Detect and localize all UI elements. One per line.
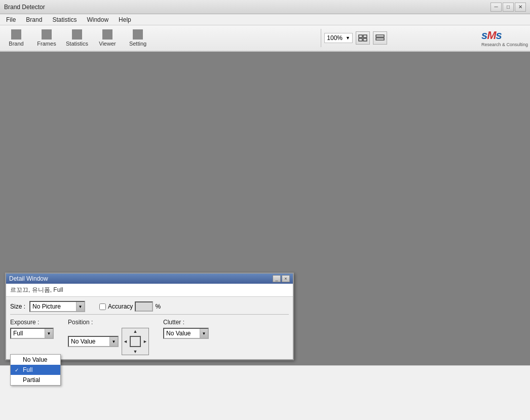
viewer-icon xyxy=(102,29,112,40)
view-grid-button[interactable] xyxy=(356,31,370,45)
setting-icon xyxy=(133,29,143,40)
position-label: Position : xyxy=(68,319,149,326)
toolbar-brand-button[interactable]: Brand xyxy=(2,26,30,50)
toolbar-brand-label: Brand xyxy=(9,41,23,47)
zoom-value: 100% xyxy=(327,34,343,42)
epc-row: Exposure : Full ▼ Position : No Value ▼ xyxy=(10,317,289,355)
toolbar-viewer-label: Viewer xyxy=(99,41,116,47)
dropdown-label-full: Full xyxy=(23,366,32,373)
clutter-arrow[interactable]: ▼ xyxy=(200,329,208,338)
toolbar-separator xyxy=(321,29,321,47)
svg-rect-2 xyxy=(359,39,362,41)
zoom-arrow-icon: ▼ xyxy=(346,35,350,41)
size-combo-value: No Picture xyxy=(30,303,76,310)
exposure-label: Exposure : xyxy=(10,319,54,326)
brand-icon xyxy=(11,29,21,40)
view-list-button[interactable] xyxy=(373,31,387,45)
detail-subtitle-text: 르꼬끄, 유니폼, Full xyxy=(10,286,63,293)
position-section: Position : No Value ▼ xyxy=(68,319,149,355)
svg-rect-0 xyxy=(359,35,362,37)
svg-rect-3 xyxy=(363,39,367,41)
detail-subtitle: 르꼬끄, 유니폼, Full xyxy=(6,284,293,297)
frames-icon xyxy=(42,29,52,40)
toolbar-statistics-label: Statistics xyxy=(66,41,88,47)
detail-title-controls: _ × xyxy=(273,275,290,282)
dropdown-label-partial: Partial xyxy=(23,376,40,384)
statistics-icon xyxy=(72,29,82,40)
toolbar-viewer-button[interactable]: Viewer xyxy=(93,26,122,50)
size-combo[interactable]: No Picture ▼ xyxy=(29,301,85,312)
detail-close-button[interactable]: × xyxy=(282,275,290,282)
pos-down-arrow: ▼ xyxy=(133,349,138,354)
accuracy-input[interactable] xyxy=(135,301,153,312)
size-label: Size : xyxy=(10,303,25,310)
title-controls: ─ □ ✕ xyxy=(490,3,526,12)
status-bar xyxy=(0,365,530,380)
menu-file[interactable]: File xyxy=(1,14,21,25)
exposure-section: Exposure : Full ▼ xyxy=(10,319,54,339)
dropdown-item-partial[interactable]: Partial xyxy=(11,375,60,385)
toolbar-statistics-button[interactable]: Statistics xyxy=(63,26,91,50)
sms-logo: sMs xyxy=(481,29,502,42)
position-diagram: ▲ ▼ ◄ ► xyxy=(122,328,149,355)
clutter-combo[interactable]: No Value ▼ xyxy=(163,328,209,339)
toolbar-frames-label: Frames xyxy=(37,41,56,47)
clutter-section: Clutter : No Value ▼ xyxy=(163,319,209,339)
close-button[interactable]: ✕ xyxy=(515,3,526,12)
menu-bar: File Brand Statistics Window Help xyxy=(0,14,530,25)
zoom-dropdown[interactable]: 100% ▼ xyxy=(324,33,353,43)
svg-rect-5 xyxy=(376,38,384,40)
clutter-label: Clutter : xyxy=(163,319,209,326)
menu-statistics[interactable]: Statistics xyxy=(47,14,82,25)
app-title: Brand Detector xyxy=(4,4,45,11)
toolbar-frames-button[interactable]: Frames xyxy=(32,26,61,50)
separator xyxy=(10,314,289,315)
detail-body: Size : No Picture ▼ Accuracy % Exposure … xyxy=(6,297,293,359)
clutter-value: No Value xyxy=(164,330,200,337)
accuracy-label: Accuracy xyxy=(108,303,133,310)
accuracy-checkbox[interactable] xyxy=(99,303,106,310)
position-arrow[interactable]: ▼ xyxy=(109,337,118,346)
maximize-button[interactable]: □ xyxy=(503,3,514,12)
toolbar-right: 100% ▼ sMs Research & Consulting xyxy=(321,29,528,47)
exposure-arrow[interactable]: ▼ xyxy=(45,329,53,338)
pct-symbol: % xyxy=(155,303,161,310)
sms-logo-area: sMs Research & Consulting xyxy=(481,29,528,47)
exposure-value: Full xyxy=(11,330,45,337)
toolbar-setting-label: Setting xyxy=(129,41,146,47)
check-full: ✓ xyxy=(15,367,21,373)
exposure-dropdown-menu: No Value ✓ Full Partial xyxy=(10,354,61,386)
detail-window: Detail Window _ × 르꼬끄, 유니폼, Full Size : … xyxy=(5,273,294,360)
position-value: No Value xyxy=(69,338,109,345)
detail-title-bar: Detail Window _ × xyxy=(6,274,293,284)
dropdown-label-novalue: No Value xyxy=(23,356,47,363)
menu-help[interactable]: Help xyxy=(113,14,136,25)
svg-rect-4 xyxy=(376,35,384,37)
pos-up-arrow: ▲ xyxy=(133,329,138,334)
menu-brand[interactable]: Brand xyxy=(21,14,47,25)
svg-rect-1 xyxy=(363,35,367,37)
exposure-combo[interactable]: Full ▼ xyxy=(10,328,54,339)
detail-minimize-button[interactable]: _ xyxy=(273,275,281,282)
toolbar-setting-button[interactable]: Setting xyxy=(124,26,152,50)
toolbar: Brand Frames Statistics Viewer Setting 1… xyxy=(0,25,530,52)
title-bar: Brand Detector ─ □ ✕ xyxy=(0,0,530,14)
position-combo[interactable]: No Value ▼ xyxy=(68,336,119,347)
pos-left-arrow: ◄ xyxy=(123,339,128,344)
pos-right-arrow: ► xyxy=(143,339,147,344)
minimize-button[interactable]: ─ xyxy=(490,3,502,12)
sms-tagline: Research & Consulting xyxy=(481,42,528,47)
main-area: Detail Window _ × 르꼬끄, 유니폼, Full Size : … xyxy=(0,52,530,365)
detail-window-title: Detail Window xyxy=(9,275,48,282)
dropdown-item-novalue[interactable]: No Value xyxy=(11,355,60,365)
grid-icon xyxy=(358,34,367,42)
size-combo-arrow[interactable]: ▼ xyxy=(76,302,84,311)
menu-window[interactable]: Window xyxy=(82,14,113,25)
list-icon xyxy=(375,34,385,42)
dropdown-item-full[interactable]: ✓ Full xyxy=(11,365,60,375)
